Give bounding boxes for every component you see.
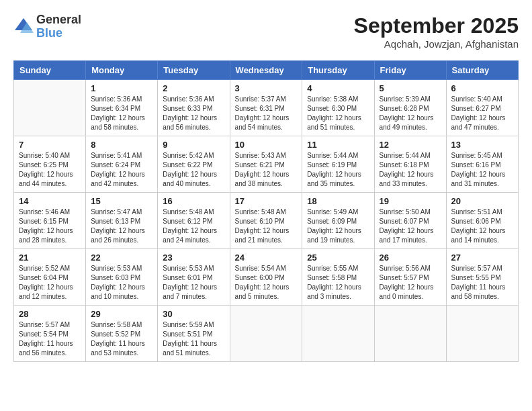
column-header-sunday: Sunday xyxy=(14,61,86,80)
day-info: Sunrise: 5:57 AM Sunset: 5:55 PM Dayligh… xyxy=(451,264,513,302)
day-number: 27 xyxy=(451,253,513,263)
title-block: September 2025 Aqchah, Jowzjan, Afghanis… xyxy=(354,13,519,50)
calendar-cell: 1Sunrise: 5:36 AM Sunset: 6:34 PM Daylig… xyxy=(86,80,158,136)
day-info: Sunrise: 5:51 AM Sunset: 6:06 PM Dayligh… xyxy=(451,208,513,245)
calendar-cell: 22Sunrise: 5:53 AM Sunset: 6:03 PM Dayli… xyxy=(86,249,158,306)
calendar-cell: 25Sunrise: 5:55 AM Sunset: 5:58 PM Dayli… xyxy=(302,249,374,306)
calendar-cell: 28Sunrise: 5:57 AM Sunset: 5:54 PM Dayli… xyxy=(14,306,86,362)
calendar-week-row: 7Sunrise: 5:40 AM Sunset: 6:25 PM Daylig… xyxy=(14,136,519,193)
calendar-cell xyxy=(302,306,374,362)
day-number: 17 xyxy=(235,196,298,206)
calendar-header-row: SundayMondayTuesdayWednesdayThursdayFrid… xyxy=(14,61,519,80)
day-info: Sunrise: 5:49 AM Sunset: 6:09 PM Dayligh… xyxy=(307,208,369,245)
day-info: Sunrise: 5:54 AM Sunset: 6:00 PM Dayligh… xyxy=(235,264,298,302)
calendar-cell: 6Sunrise: 5:40 AM Sunset: 6:27 PM Daylig… xyxy=(446,80,518,136)
calendar-cell: 24Sunrise: 5:54 AM Sunset: 6:00 PM Dayli… xyxy=(230,249,302,306)
day-number: 7 xyxy=(19,140,81,150)
day-info: Sunrise: 5:40 AM Sunset: 6:27 PM Dayligh… xyxy=(451,95,513,132)
day-info: Sunrise: 5:44 AM Sunset: 6:18 PM Dayligh… xyxy=(380,151,441,189)
calendar-cell: 4Sunrise: 5:38 AM Sunset: 6:30 PM Daylig… xyxy=(302,80,374,136)
day-number: 4 xyxy=(307,83,369,93)
calendar-cell: 23Sunrise: 5:53 AM Sunset: 6:01 PM Dayli… xyxy=(158,249,230,306)
column-header-tuesday: Tuesday xyxy=(158,61,230,80)
calendar-week-row: 14Sunrise: 5:46 AM Sunset: 6:15 PM Dayli… xyxy=(14,193,519,249)
day-info: Sunrise: 5:59 AM Sunset: 5:51 PM Dayligh… xyxy=(163,320,224,358)
day-number: 21 xyxy=(19,253,81,263)
calendar-week-row: 21Sunrise: 5:52 AM Sunset: 6:04 PM Dayli… xyxy=(14,249,519,306)
calendar-cell xyxy=(230,306,302,362)
day-info: Sunrise: 5:48 AM Sunset: 6:12 PM Dayligh… xyxy=(163,208,224,245)
calendar-cell: 7Sunrise: 5:40 AM Sunset: 6:25 PM Daylig… xyxy=(14,136,86,193)
day-info: Sunrise: 5:50 AM Sunset: 6:07 PM Dayligh… xyxy=(380,208,441,245)
day-number: 10 xyxy=(235,140,298,150)
column-header-monday: Monday xyxy=(86,61,158,80)
calendar-cell xyxy=(14,80,86,136)
calendar-cell: 12Sunrise: 5:44 AM Sunset: 6:18 PM Dayli… xyxy=(374,136,446,193)
day-info: Sunrise: 5:39 AM Sunset: 6:28 PM Dayligh… xyxy=(380,95,441,132)
day-number: 13 xyxy=(451,140,513,150)
day-number: 5 xyxy=(380,83,441,93)
calendar-cell xyxy=(374,306,446,362)
calendar-cell: 17Sunrise: 5:48 AM Sunset: 6:10 PM Dayli… xyxy=(230,193,302,249)
day-number: 12 xyxy=(380,140,441,150)
day-info: Sunrise: 5:36 AM Sunset: 6:33 PM Dayligh… xyxy=(163,95,224,132)
calendar-cell: 18Sunrise: 5:49 AM Sunset: 6:09 PM Dayli… xyxy=(302,193,374,249)
column-header-thursday: Thursday xyxy=(302,61,374,80)
day-info: Sunrise: 5:58 AM Sunset: 5:52 PM Dayligh… xyxy=(91,320,152,358)
day-number: 23 xyxy=(163,253,224,263)
day-number: 11 xyxy=(307,140,369,150)
day-number: 15 xyxy=(91,196,152,206)
day-info: Sunrise: 5:57 AM Sunset: 5:54 PM Dayligh… xyxy=(19,320,81,358)
day-number: 6 xyxy=(451,83,513,93)
day-info: Sunrise: 5:53 AM Sunset: 6:01 PM Dayligh… xyxy=(163,264,224,302)
logo-text: General Blue xyxy=(36,13,81,40)
logo-general: General xyxy=(36,13,81,27)
calendar-table: SundayMondayTuesdayWednesdayThursdayFrid… xyxy=(13,60,519,362)
day-number: 28 xyxy=(19,309,81,319)
calendar-cell: 9Sunrise: 5:42 AM Sunset: 6:22 PM Daylig… xyxy=(158,136,230,193)
day-info: Sunrise: 5:47 AM Sunset: 6:13 PM Dayligh… xyxy=(91,208,152,245)
day-number: 24 xyxy=(235,253,298,263)
day-number: 18 xyxy=(307,196,369,206)
day-info: Sunrise: 5:44 AM Sunset: 6:19 PM Dayligh… xyxy=(307,151,369,189)
day-info: Sunrise: 5:52 AM Sunset: 6:04 PM Dayligh… xyxy=(19,264,81,302)
calendar-week-row: 28Sunrise: 5:57 AM Sunset: 5:54 PM Dayli… xyxy=(14,306,519,362)
calendar-cell: 20Sunrise: 5:51 AM Sunset: 6:06 PM Dayli… xyxy=(446,193,518,249)
calendar-cell: 19Sunrise: 5:50 AM Sunset: 6:07 PM Dayli… xyxy=(374,193,446,249)
calendar-cell: 8Sunrise: 5:41 AM Sunset: 6:24 PM Daylig… xyxy=(86,136,158,193)
column-header-saturday: Saturday xyxy=(446,61,518,80)
day-info: Sunrise: 5:36 AM Sunset: 6:34 PM Dayligh… xyxy=(91,95,152,132)
calendar-week-row: 1Sunrise: 5:36 AM Sunset: 6:34 PM Daylig… xyxy=(14,80,519,136)
day-info: Sunrise: 5:55 AM Sunset: 5:58 PM Dayligh… xyxy=(307,264,369,302)
calendar-cell: 30Sunrise: 5:59 AM Sunset: 5:51 PM Dayli… xyxy=(158,306,230,362)
day-number: 3 xyxy=(235,83,298,93)
calendar-cell xyxy=(446,306,518,362)
day-number: 1 xyxy=(91,83,152,93)
day-number: 20 xyxy=(451,196,513,206)
calendar-cell: 5Sunrise: 5:39 AM Sunset: 6:28 PM Daylig… xyxy=(374,80,446,136)
day-number: 26 xyxy=(380,253,441,263)
month-title: September 2025 xyxy=(354,13,519,38)
calendar-cell: 11Sunrise: 5:44 AM Sunset: 6:19 PM Dayli… xyxy=(302,136,374,193)
day-info: Sunrise: 5:53 AM Sunset: 6:03 PM Dayligh… xyxy=(91,264,152,302)
column-header-friday: Friday xyxy=(374,61,446,80)
calendar-cell: 16Sunrise: 5:48 AM Sunset: 6:12 PM Dayli… xyxy=(158,193,230,249)
day-number: 30 xyxy=(163,309,224,319)
day-number: 14 xyxy=(19,196,81,206)
day-info: Sunrise: 5:45 AM Sunset: 6:16 PM Dayligh… xyxy=(451,151,513,189)
page-header: General Blue September 2025 Aqchah, Jowz… xyxy=(13,13,519,50)
logo-icon xyxy=(13,17,34,37)
day-number: 25 xyxy=(307,253,369,263)
day-info: Sunrise: 5:56 AM Sunset: 5:57 PM Dayligh… xyxy=(380,264,441,302)
day-info: Sunrise: 5:42 AM Sunset: 6:22 PM Dayligh… xyxy=(163,151,224,189)
day-number: 8 xyxy=(91,140,152,150)
logo: General Blue xyxy=(13,13,81,40)
calendar-cell: 10Sunrise: 5:43 AM Sunset: 6:21 PM Dayli… xyxy=(230,136,302,193)
day-info: Sunrise: 5:43 AM Sunset: 6:21 PM Dayligh… xyxy=(235,151,298,189)
day-info: Sunrise: 5:40 AM Sunset: 6:25 PM Dayligh… xyxy=(19,151,81,189)
day-info: Sunrise: 5:46 AM Sunset: 6:15 PM Dayligh… xyxy=(19,208,81,245)
calendar-cell: 3Sunrise: 5:37 AM Sunset: 6:31 PM Daylig… xyxy=(230,80,302,136)
calendar-cell: 15Sunrise: 5:47 AM Sunset: 6:13 PM Dayli… xyxy=(86,193,158,249)
column-header-wednesday: Wednesday xyxy=(230,61,302,80)
day-number: 29 xyxy=(91,309,152,319)
